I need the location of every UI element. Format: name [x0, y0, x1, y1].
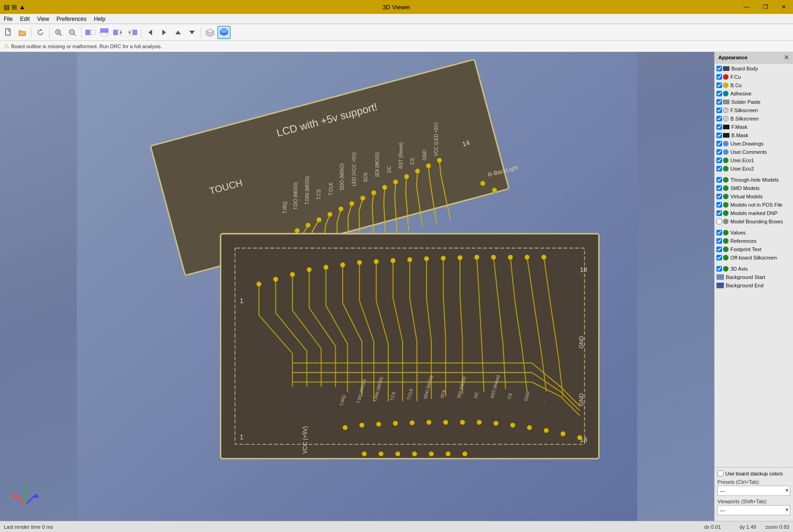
- layer-f-mask-checkbox[interactable]: [716, 124, 722, 130]
- appearance-close-button[interactable]: ✕: [784, 54, 789, 61]
- svg-point-96: [410, 420, 415, 425]
- viewports-select-wrapper: ---: [717, 505, 790, 515]
- layer-board-body[interactable]: Board Body: [715, 64, 793, 73]
- statusbar: Last render time 0 ms dx 0.01 dy 1.49 zo…: [0, 521, 793, 532]
- 3d-view-button[interactable]: [204, 26, 217, 39]
- layer-bounding-boxes[interactable]: Model Bounding Boxes: [715, 217, 793, 226]
- menu-file[interactable]: File: [0, 15, 16, 23]
- layer-virtual-models[interactable]: Virtual Models: [715, 192, 793, 201]
- svg-text:SCK: SCK: [363, 172, 368, 182]
- svg-text:1: 1: [240, 297, 243, 304]
- svg-point-98: [443, 420, 448, 424]
- layer-bounding-boxes-checkbox[interactable]: [716, 219, 722, 224]
- layer-th-models[interactable]: Through-hole Models: [715, 176, 793, 184]
- layer-fcu[interactable]: F.Cu: [715, 73, 793, 81]
- layer-references[interactable]: References: [715, 237, 793, 245]
- move-left-button[interactable]: [144, 26, 157, 39]
- close-button[interactable]: ✕: [774, 0, 793, 14]
- layer-f-silk[interactable]: F.Silkscreen: [715, 106, 793, 114]
- menu-view[interactable]: View: [33, 15, 53, 23]
- maximize-button[interactable]: ❐: [756, 0, 774, 14]
- toolbar: [0, 24, 793, 41]
- layer-board-body-checkbox[interactable]: [716, 66, 722, 71]
- layer-solder-paste[interactable]: Solder Paste: [715, 98, 793, 106]
- svg-line-7: [74, 34, 76, 36]
- layer-no-pos[interactable]: Models not in POS File: [715, 201, 793, 209]
- layer-f-silk-label: F.Silkscreen: [730, 108, 758, 113]
- svg-rect-14: [101, 33, 108, 36]
- layer-user-eco1-checkbox[interactable]: [716, 158, 722, 163]
- rotate-ccw-button[interactable]: [112, 26, 125, 39]
- menu-edit[interactable]: Edit: [16, 15, 33, 23]
- layer-bg-start[interactable]: Background Start: [715, 273, 793, 281]
- layer-user-eco1[interactable]: User.Eco1: [715, 156, 793, 165]
- menu-preferences[interactable]: Preferences: [53, 15, 90, 23]
- layer-user-eco2[interactable]: User.Eco2: [715, 165, 793, 173]
- layer-values-checkbox[interactable]: [716, 230, 722, 235]
- svg-marker-132: [23, 484, 28, 488]
- presets-select[interactable]: ---: [717, 486, 790, 496]
- window-icons: ▤ ⊞ ▲: [4, 0, 26, 14]
- layer-b-mask-checkbox[interactable]: [716, 133, 722, 138]
- svg-text:RST (Reset): RST (Reset): [398, 142, 403, 169]
- layer-th-models-label: Through-hole Models: [730, 177, 779, 183]
- titlebar: ▤ ⊞ ▲ 3D Viewer — ❐ ✕: [0, 0, 793, 14]
- layer-fp-text-checkbox[interactable]: [716, 247, 722, 252]
- layer-user-drawings-checkbox[interactable]: [716, 141, 722, 146]
- layer-adhesive[interactable]: Adhesive: [715, 89, 793, 98]
- layer-solder-paste-checkbox[interactable]: [716, 99, 722, 105]
- layer-dnp[interactable]: Models marked DNP: [715, 209, 793, 217]
- layer-values[interactable]: Values: [715, 228, 793, 237]
- layer-b-silk-checkbox[interactable]: [716, 116, 722, 121]
- layer-th-models-checkbox[interactable]: [716, 177, 722, 183]
- layer-smd-models[interactable]: SMD Models: [715, 184, 793, 192]
- flip-v-button[interactable]: [98, 26, 111, 39]
- layer-b-silk[interactable]: B.Silkscreen: [715, 114, 793, 123]
- layer-3d-axis[interactable]: 3D Axis: [715, 265, 793, 273]
- layer-virtual-models-checkbox[interactable]: [716, 194, 722, 199]
- layer-bcu[interactable]: B.Cu: [715, 81, 793, 89]
- layer-adhesive-checkbox[interactable]: [716, 91, 722, 96]
- zoom-in-button[interactable]: [52, 26, 65, 39]
- svg-point-97: [427, 420, 431, 424]
- reload-button[interactable]: [34, 26, 47, 39]
- layer-view-button[interactable]: [217, 26, 230, 39]
- layer-bg-end[interactable]: Background End: [715, 281, 793, 290]
- flip-h-button[interactable]: [84, 26, 97, 39]
- move-right-button[interactable]: [158, 26, 171, 39]
- layer-3d-axis-checkbox[interactable]: [716, 266, 722, 272]
- svg-point-106: [577, 435, 582, 440]
- svg-text:T.DO (MISO): T.DO (MISO): [293, 182, 298, 210]
- layer-user-comments[interactable]: User.Comments: [715, 148, 793, 156]
- layer-b-mask[interactable]: B.Mask: [715, 131, 793, 139]
- menu-help[interactable]: Help: [90, 15, 109, 23]
- layer-offboard-silk[interactable]: Off-board Silkscreen: [715, 253, 793, 262]
- open-button[interactable]: [16, 26, 29, 39]
- layer-user-drawings[interactable]: User.Drawings: [715, 139, 793, 148]
- viewports-label: Viewports (Shift+Tab):: [717, 499, 790, 504]
- app-icon-2: ⊞: [12, 3, 17, 11]
- layer-f-silk-checkbox[interactable]: [716, 108, 722, 113]
- layer-bcu-checkbox[interactable]: [716, 82, 722, 88]
- layer-user-comments-checkbox[interactable]: [716, 149, 722, 155]
- move-up-button[interactable]: [172, 26, 185, 39]
- layer-offboard-silk-checkbox[interactable]: [716, 255, 722, 260]
- viewports-select[interactable]: ---: [717, 505, 790, 515]
- layer-smd-models-checkbox[interactable]: [716, 185, 722, 191]
- layer-references-checkbox[interactable]: [716, 238, 722, 244]
- layer-fp-text[interactable]: Footprint Text: [715, 245, 793, 253]
- move-down-button[interactable]: [185, 26, 198, 39]
- stackup-checkbox[interactable]: [717, 470, 723, 476]
- layer-user-eco2-checkbox[interactable]: [716, 166, 722, 171]
- layer-solder-paste-label: Solder Paste: [731, 99, 761, 105]
- svg-line-127: [16, 495, 26, 505]
- viewport[interactable]: LCD with +5v support! TOUCH 1 14: [0, 52, 714, 521]
- layer-fcu-checkbox[interactable]: [716, 74, 722, 80]
- layer-dnp-checkbox[interactable]: [716, 210, 722, 216]
- layer-no-pos-checkbox[interactable]: [716, 202, 722, 208]
- zoom-out-button[interactable]: [66, 26, 79, 39]
- new-button[interactable]: [2, 26, 15, 39]
- layer-f-mask[interactable]: F.Mask: [715, 123, 793, 131]
- minimize-button[interactable]: —: [737, 0, 756, 14]
- rotate-cw-button[interactable]: [126, 26, 139, 39]
